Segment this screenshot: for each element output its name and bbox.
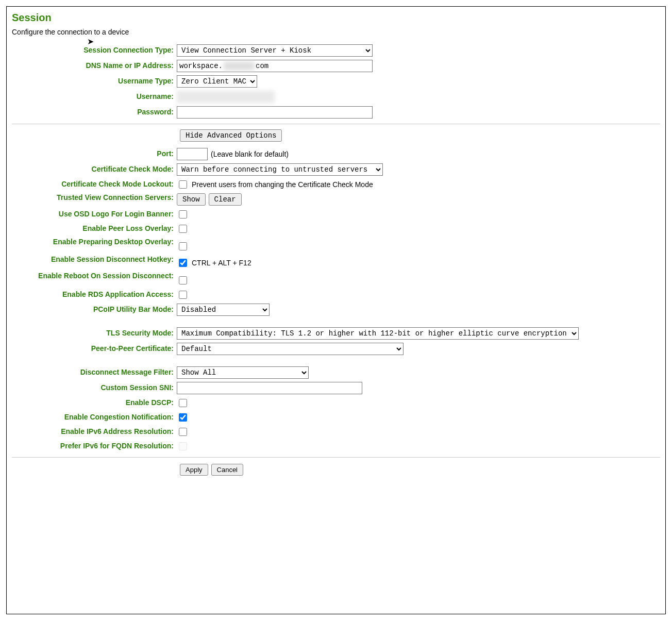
label-pcoip-utility-bar: PCoIP Utility Bar Mode: [12,305,177,314]
label-enable-ipv6-res: Enable IPv6 Address Resolution: [12,427,177,437]
username-value-redacted [177,91,275,103]
label-trusted-view-servers: Trusted View Connection Servers: [12,193,177,203]
label-disc-msg-filter: Disconnect Message Filter: [12,368,177,377]
separator-2 [12,457,660,458]
separator-1 [12,124,660,124]
label-p2p-cert: Peer-to-Peer Certificate: [12,344,177,354]
clear-button[interactable]: Clear [209,193,242,206]
cert-lockout-checkbox[interactable] [179,180,187,189]
label-port: Port: [12,149,177,159]
show-button[interactable]: Show [177,193,206,206]
label-enable-peer-loss: Enable Peer Loss Overlay: [12,224,177,233]
label-cert-check-mode: Certificate Check Mode: [12,165,177,174]
label-enable-reboot-disc: Enable Reboot On Session Disconnect: [12,272,177,281]
hide-advanced-button[interactable]: Hide Advanced Options [180,129,282,142]
dns-name-input[interactable]: workspace. com [177,60,373,72]
username-type-select[interactable]: Zero Client MAC [177,75,257,88]
label-enable-dscp: Enable DSCP: [12,398,177,408]
label-dns-name: DNS Name or IP Address: [12,61,177,71]
enable-peer-loss-checkbox[interactable] [179,225,187,233]
enable-ipv6-res-checkbox[interactable] [179,428,187,436]
use-osd-logo-checkbox[interactable] [179,210,187,219]
password-input[interactable] [177,106,373,119]
port-hint: (Leave blank for default) [211,150,289,158]
cert-check-mode-select[interactable]: Warn before connecting to untrusted serv… [177,163,383,176]
label-password: Password: [12,108,177,117]
label-tls-security-mode: TLS Security Mode: [12,329,177,338]
label-username: Username: [12,92,177,102]
tls-security-mode-select[interactable]: Maximum Compatibility: TLS 1.2 or higher… [177,327,579,340]
enable-rds-app-checkbox[interactable] [179,291,187,299]
session-connection-type-select[interactable]: View Connection Server + Kiosk [177,44,373,57]
label-username-type: Username Type: [12,77,177,86]
pcoip-utility-bar-select[interactable]: Disabled [177,304,270,316]
dns-suffix: com [256,62,268,70]
enable-dscp-checkbox[interactable] [179,399,187,407]
disc-msg-filter-select[interactable]: Show All [177,366,309,379]
label-cert-check-mode-lockout: Certificate Check Mode Lockout: [12,180,177,189]
label-enable-rds-app: Enable RDS Application Access: [12,290,177,299]
label-enable-session-disc-hotkey: Enable Session Disconnect Hotkey: [12,255,177,264]
label-custom-session-sni: Custom Session SNI: [12,383,177,393]
dns-redacted [224,62,255,70]
hotkey-text: CTRL + ALT + F12 [192,259,251,267]
apply-button[interactable]: Apply [180,464,208,476]
label-enable-prep-desktop: Enable Preparing Desktop Overlay: [12,238,177,247]
label-session-connection-type: Session Connection Type: [12,46,177,55]
enable-session-disc-hotkey-checkbox[interactable] [179,259,187,267]
custom-session-sni-input[interactable] [177,382,362,394]
cancel-button[interactable]: Cancel [211,464,243,476]
p2p-cert-select[interactable]: Default [177,343,404,355]
label-enable-congestion: Enable Congestion Notification: [12,413,177,422]
enable-congestion-checkbox[interactable] [179,413,187,422]
label-use-osd-logo: Use OSD Logo For Login Banner: [12,210,177,219]
prefer-ipv6-fqdn-checkbox [179,442,187,450]
dns-prefix: workspace. [179,62,223,70]
enable-reboot-disc-checkbox[interactable] [179,276,187,284]
page-title: Session [12,12,660,24]
enable-prep-desktop-checkbox[interactable] [179,242,187,250]
label-prefer-ipv6-fqdn: Prefer IPv6 for FQDN Resolution: [12,442,177,451]
page-subtitle: Configure the connection to a device [12,28,660,36]
port-input[interactable] [177,148,208,160]
cert-lockout-text: Prevent users from changing the Certific… [192,180,373,189]
